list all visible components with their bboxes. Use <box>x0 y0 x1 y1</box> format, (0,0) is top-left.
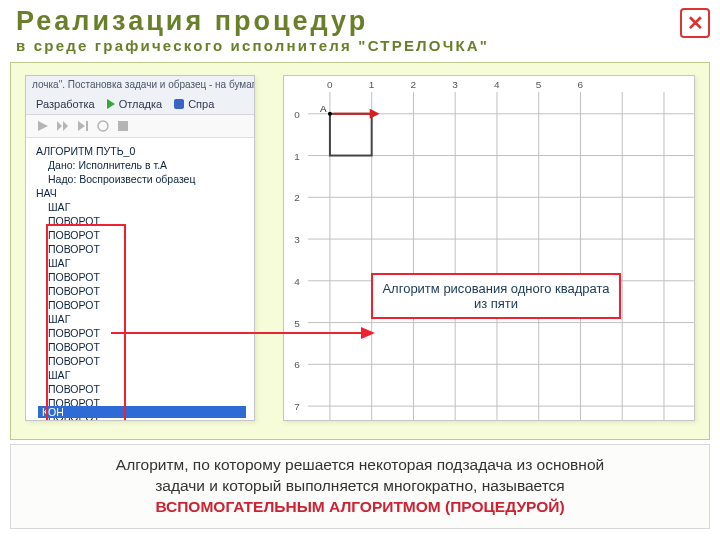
y-axis-label: 2 <box>294 192 300 203</box>
code-step: ШАГ <box>48 256 244 270</box>
svg-rect-4 <box>86 121 88 131</box>
close-icon: ✕ <box>687 11 704 35</box>
play-icon[interactable] <box>36 119 50 133</box>
svg-marker-27 <box>361 327 375 339</box>
footer-line3: ВСПОМОГАТЕЛЬНЫМ АЛГОРИТМОМ (ПРОЦЕДУРОЙ) <box>155 498 564 515</box>
tab-debug[interactable]: Отладка <box>107 98 162 110</box>
algorithm-code: АЛГОРИТМ ПУТЬ_0 Дано: Исполнитель в т.А … <box>26 138 254 421</box>
main-stage: лочка". Постановка задачи и образец - на… <box>10 62 710 440</box>
skip-icon[interactable] <box>76 119 90 133</box>
svg-rect-6 <box>118 121 128 131</box>
code-step: ПОВОРОТ <box>48 214 244 228</box>
y-axis-label: 0 <box>294 109 300 120</box>
y-axis-label: 3 <box>294 234 300 245</box>
code-step: ПОВОРОТ <box>48 270 244 284</box>
tab-help-label: Спра <box>188 98 214 110</box>
code-editor-panel: лочка". Постановка задачи и образец - на… <box>25 75 255 421</box>
help-icon <box>174 99 184 109</box>
point-a-dot <box>328 112 332 116</box>
slide-title: Реализация процедур <box>16 6 704 37</box>
y-axis-label: 4 <box>294 276 300 287</box>
tab-debug-label: Отладка <box>119 98 162 110</box>
footer-line2: задачи и который выполняется многократно… <box>155 477 565 494</box>
code-step: ПОВОРОТ <box>48 354 244 368</box>
code-line: НАЧ <box>36 186 244 200</box>
connector-arrow <box>111 323 381 343</box>
slide-header: Реализация процедур в среде графического… <box>0 0 720 56</box>
code-step: ПОВОРОТ <box>48 242 244 256</box>
drawn-square <box>330 114 372 156</box>
code-step: ПОВОРОТ <box>48 284 244 298</box>
svg-marker-1 <box>57 121 62 131</box>
x-axis-label: 2 <box>410 79 416 90</box>
callout-box: Алгоритм рисования одного квадрата из пя… <box>371 273 621 319</box>
record-icon[interactable] <box>96 119 110 133</box>
x-axis-label: 5 <box>536 79 542 90</box>
grid-svg: 0123456 01234567 A <box>284 76 694 420</box>
player-controls <box>26 115 254 138</box>
code-step: ПОВОРОТ <box>48 382 244 396</box>
x-axis-label: 1 <box>369 79 375 90</box>
play-icon <box>107 99 115 109</box>
code-step: ПОВОРОТ <box>48 298 244 312</box>
x-axis-label: 6 <box>577 79 583 90</box>
code-line: Надо: Воспроизвести образец <box>48 172 244 186</box>
fast-forward-icon[interactable] <box>56 119 70 133</box>
code-line: Дано: Исполнитель в т.А <box>48 158 244 172</box>
grid-canvas-panel: 0123456 01234567 A <box>283 75 695 421</box>
close-button[interactable]: ✕ <box>680 8 710 38</box>
slide-subtitle: в среде графического исполнителя "СТРЕЛО… <box>16 37 704 54</box>
editor-tabs: Разработка Отладка Спра <box>26 94 254 115</box>
tab-help[interactable]: Спра <box>174 98 214 110</box>
footer-definition: Алгоритм, по которому решается некоторая… <box>10 444 710 529</box>
code-step: ШАГ <box>48 368 244 382</box>
window-titlebar: лочка". Постановка задачи и образец - на… <box>26 76 254 94</box>
svg-marker-2 <box>63 121 68 131</box>
svg-marker-0 <box>38 121 48 131</box>
y-axis-label: 1 <box>294 151 300 162</box>
svg-marker-3 <box>78 121 85 131</box>
x-axis-label: 4 <box>494 79 500 90</box>
tab-development[interactable]: Разработка <box>36 98 95 110</box>
code-line: АЛГОРИТМ ПУТЬ_0 <box>36 144 244 158</box>
code-step: ПОВОРОТ <box>48 228 244 242</box>
point-a-label: A <box>320 103 327 114</box>
x-axis-label: 0 <box>327 79 333 90</box>
code-line-end: КОН <box>38 406 246 418</box>
stop-icon[interactable] <box>116 119 130 133</box>
y-axis-label: 7 <box>294 401 300 412</box>
direction-arrow-head <box>370 109 380 119</box>
x-axis-label: 3 <box>452 79 458 90</box>
footer-line1: Алгоритм, по которому решается некоторая… <box>116 456 604 473</box>
code-step: ШАГ <box>48 200 244 214</box>
y-axis-label: 6 <box>294 359 300 370</box>
svg-point-5 <box>98 121 108 131</box>
